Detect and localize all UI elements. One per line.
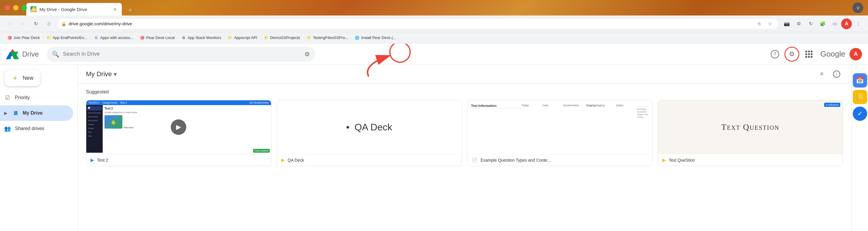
google-apps-button[interactable] — [802, 47, 816, 61]
tasks-button[interactable]: ✓ — [853, 107, 867, 121]
file-card-1[interactable]: PEARCY Assignments Test 2 Sd StudentView… — [86, 100, 271, 166]
share-button[interactable]: ⎋ — [755, 20, 764, 28]
play-button-overlay[interactable]: ▶ — [171, 119, 186, 135]
bookmark-app-endpoints[interactable]: 📁 App EndPoints/En... — [43, 34, 90, 42]
info-button[interactable]: i — [830, 68, 843, 80]
bookmarks-bar: 🎯 Join Pear Deck 📁 App EndPoints/En... G… — [0, 32, 868, 43]
keep-button[interactable]: 📒 — [853, 90, 867, 104]
svg-marker-9 — [10, 49, 14, 52]
qa-deck-preview-text: • QA Deck — [346, 122, 392, 133]
folder-icon: 📁 — [307, 36, 311, 40]
new-icon — [11, 74, 19, 82]
search-filter-icon[interactable]: ⚙ — [305, 51, 310, 58]
tab-bar: My Drive - Google Drive ✕ + ∨ — [0, 0, 868, 15]
mini-nav-item: Discussions — [87, 119, 102, 122]
row-label: Environment: — [563, 104, 584, 107]
file-card-4[interactable]: ≡ Advance Text Question ▶ Text QueStion — [658, 100, 843, 166]
right-sidebar: 📅 📒 ✓ — [851, 65, 868, 231]
back-button[interactable]: ‹ — [4, 18, 15, 29]
file-name-2: QA Deck — [288, 158, 458, 162]
card1-subtitle: Sample assignment is linked below. — [104, 111, 269, 113]
bookmark-apps-access[interactable]: G Apps with access... — [91, 34, 136, 42]
address-actions: ⎋ ☆ — [755, 20, 775, 28]
browser-profile-button[interactable]: A — [841, 18, 852, 29]
bookmark-testing-files[interactable]: 📁 TestingFilesGSPro... — [304, 34, 351, 42]
tab-close-button[interactable]: ✕ — [112, 6, 118, 12]
tab-favicon — [30, 6, 36, 12]
new-tab-button[interactable]: + — [125, 5, 135, 15]
drive-logo-text: Drive — [22, 50, 39, 59]
help-button[interactable]: ? — [768, 47, 782, 61]
active-tab[interactable]: My Drive - Google Drive ✕ — [26, 3, 122, 15]
bookmark-button[interactable]: ☆ — [766, 20, 775, 28]
row-label: Today: — [522, 104, 542, 107]
screenshot-extension-button[interactable]: 📷 — [781, 18, 792, 29]
info-icon: i — [833, 71, 840, 78]
minimize-traffic-light[interactable] — [13, 5, 19, 10]
drive-header: Drive 🔍 ⚙ ? ⚙ Google A — [0, 43, 868, 65]
sidebar-item-my-drive[interactable]: ▶ 🖥 My Drive — [0, 105, 73, 121]
case-submit-badge: Case Submit — [253, 149, 270, 153]
file-info-2: ▶ QA Deck — [277, 154, 462, 166]
sidebar-item-priority[interactable]: ☑ Priority — [0, 90, 73, 105]
file-card-2[interactable]: • QA Deck ▶ QA Deck — [277, 100, 462, 166]
browser-menu-button[interactable]: ⋮ — [853, 18, 864, 29]
main-layout: New ☑ Priority ▶ 🖥 My Drive 👥 Shared dri… — [0, 65, 868, 231]
bookmark-pear-deck-local[interactable]: 🎯 Pear Deck Local — [137, 34, 178, 42]
bookmark-join-pear-deck[interactable]: 🎯 Join Pear Deck — [4, 34, 43, 42]
new-button[interactable]: New — [4, 70, 40, 86]
card1-nav1: PEARCY — [89, 101, 100, 104]
card1-title: Test 2 — [104, 107, 269, 110]
card1-student-view: Sd StudentView — [250, 101, 269, 104]
search-input[interactable] — [63, 51, 301, 57]
sidebar-toggle-button[interactable]: ▭ — [829, 18, 840, 29]
shared-drives-icon: 👥 — [4, 125, 11, 132]
address-bar[interactable]: 🔒 drive.google.com/drive/my-drive ⎋ ☆ — [57, 18, 779, 30]
expand-arrow-icon: ▶ — [4, 111, 7, 116]
content-toolbar: ≡ i — [815, 68, 843, 80]
bookmark-label: Join Pear Deck — [13, 35, 40, 40]
content-area: My Drive ▾ ≡ i Suggested — [78, 65, 851, 231]
test-info-title: Test Information — [471, 104, 522, 108]
settings-gear-browser-button[interactable]: ⚙ — [794, 18, 804, 29]
sidebar-item-shared-drives[interactable]: 👥 Shared drives — [0, 121, 73, 136]
file-name-4: Text QueStion — [669, 158, 839, 162]
user-avatar[interactable]: A — [849, 48, 862, 61]
bookmark-install-pear[interactable]: 🌐 Install Pear Deck (... — [352, 34, 399, 42]
bookmark-appscript[interactable]: 📁 Appscript API — [225, 34, 260, 42]
test-info-row-env: Environment: Staging — [563, 104, 595, 107]
row-label: Staging: — [595, 104, 616, 107]
file-preview-2: • QA Deck — [277, 100, 462, 154]
mini-nav-item: Environment — [87, 115, 102, 118]
card1-nav2: Assignments — [102, 101, 118, 104]
drive-logo[interactable]: Drive — [6, 48, 39, 60]
reload-button[interactable]: ↻ — [30, 18, 41, 29]
file-type-icon-4: ▶ — [662, 157, 666, 163]
file-card-3[interactable]: Test Information Today: Date: Environmen… — [467, 100, 652, 166]
path-dropdown-arrow[interactable]: ▾ — [114, 71, 117, 78]
traffic-lights — [5, 5, 27, 10]
fullscreen-traffic-light[interactable] — [22, 5, 27, 10]
card1-nav3: Test 2 — [120, 101, 127, 104]
close-traffic-light[interactable] — [5, 5, 10, 10]
globe-icon: 🌐 — [355, 36, 360, 40]
new-button-label: New — [23, 75, 33, 81]
row-value: Staging — [586, 104, 595, 107]
settings-button[interactable]: ⚙ — [784, 47, 799, 62]
mini-nav-item: People — [87, 127, 102, 130]
card1-thumbnail: 🍐 — [104, 115, 122, 128]
my-drive-icon: 🖥 — [12, 110, 19, 116]
bookmark-label: Apps with access... — [100, 35, 133, 40]
puzzle-extension-button[interactable]: 🧩 — [817, 18, 828, 29]
search-bar[interactable]: 🔍 ⚙ — [46, 47, 315, 62]
bookmark-demo-gs[interactable]: 📁 DemoGSProjects — [261, 34, 303, 42]
sync-button[interactable]: ↻ — [805, 18, 816, 29]
calendar-button[interactable]: 📅 — [853, 73, 867, 87]
test-info-row-date: Date: — [542, 104, 563, 107]
app-stack-icon: ⚙ — [181, 36, 186, 40]
bookmark-app-stack[interactable]: ⚙ App Stack Monitors — [178, 34, 224, 42]
list-view-button[interactable]: ≡ — [815, 68, 828, 80]
forward-button[interactable]: › — [17, 18, 28, 29]
home-button[interactable]: ⌂ — [43, 18, 54, 29]
window-menu-button[interactable]: ∨ — [852, 2, 863, 13]
